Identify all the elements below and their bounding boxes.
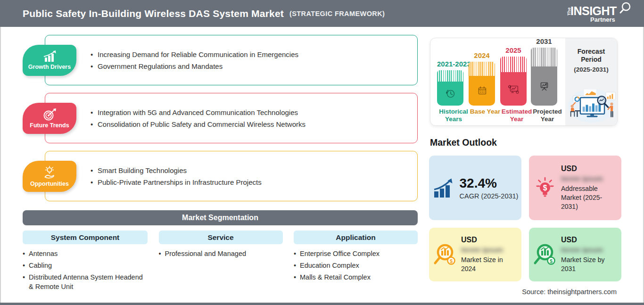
- forecast-title-line1: Forecast: [565, 48, 617, 56]
- segmentation-col-service: Service Professional and Managed: [159, 231, 283, 294]
- segment-chip: Application: [294, 231, 418, 244]
- page-title: Public Safety In-Building Wireless DAS S…: [23, 8, 284, 19]
- cagr-card: 32.4% CAGR (2025-2031): [429, 156, 521, 220]
- monitor-gear-icon: [506, 82, 520, 96]
- bulb-dollar-icon: $: [535, 176, 555, 200]
- header-bar: Public Safety In-Building Wireless DAS S…: [0, 0, 644, 27]
- card-label: Addressable Market (2025-2031): [561, 184, 618, 211]
- section-future-trends: Future Trends Integration with 5G and Ad…: [23, 93, 418, 143]
- list-item: Professional and Managed: [159, 249, 283, 258]
- addressable-market-card: $ USD lorem ipsum Addressable Market (20…: [529, 156, 621, 220]
- cagr-label: CAGR (2025-2031): [460, 192, 519, 200]
- year-label: 2025: [500, 46, 527, 54]
- segment-items: Antennas Cabling Distributed Antenna Sys…: [23, 249, 148, 291]
- future-trends-list: Integration with 5G and Advanced Communi…: [90, 105, 305, 132]
- list-item: Antennas: [23, 249, 148, 258]
- forecast-title-line2: Period: [565, 56, 617, 64]
- stripe-pattern: [469, 62, 495, 76]
- logo-partners-text: Partners: [590, 16, 615, 23]
- stripe-pattern: [437, 70, 463, 82]
- segment-chip: System Component: [23, 231, 148, 244]
- bar-label: Projected Year: [530, 108, 564, 123]
- svg-text:$: $: [550, 258, 553, 264]
- list-item: Consolidation of Public Safety and Comme…: [90, 120, 305, 128]
- bar-label: Estimated Year: [500, 108, 534, 123]
- section-growth-drivers: Growth Drivers Increasing Demand for Rel…: [23, 35, 418, 85]
- list-item: Enterprise Office Complex: [294, 249, 418, 258]
- badge-label: Future Trends: [30, 122, 69, 129]
- list-item: Education Complex: [294, 261, 418, 270]
- forecast-panel: Forecast Period (2025-2031): [565, 38, 617, 125]
- bar-label: Historical Years: [437, 108, 471, 123]
- timeline-bar-projected: 2031: [531, 37, 557, 106]
- currency-label: USD: [561, 165, 618, 173]
- magnifier-chart-icon: $: [432, 242, 458, 267]
- bar-chart-rise-icon: [41, 50, 58, 63]
- clock-history-icon: [444, 87, 457, 100]
- masked-value: lorem ipsum: [461, 246, 518, 254]
- timeline-bar-base: 2024: [469, 51, 495, 106]
- year-label: 2024: [469, 51, 495, 59]
- source-attribution: Source: theinsightpartners.com: [522, 288, 617, 296]
- infographic-root: Public Safety In-Building Wireless DAS S…: [0, 0, 644, 305]
- stripe-pattern: [500, 57, 527, 72]
- list-item: Public-Private Partnerships in Infrastru…: [90, 178, 262, 186]
- market-size-2031-card: $ USD lorem ipsum Market Size by 2031: [529, 228, 621, 281]
- analytics-illustration: [567, 85, 617, 124]
- list-item: Increasing Demand for Reliable Communica…: [90, 50, 298, 58]
- currency-label: USD: [561, 236, 618, 244]
- forecast-range: (2025-2031): [565, 66, 617, 73]
- badge-label: Opportunities: [30, 181, 69, 187]
- cagr-value: 32.4%: [460, 176, 519, 191]
- driver-sections: Growth Drivers Increasing Demand for Rel…: [23, 35, 418, 209]
- outlook-cards: 32.4% CAGR (2025-2031) $ USD lorem ipsum…: [429, 156, 621, 281]
- segmentation-col-system-component: System Component Antennas Cabling Distri…: [23, 231, 148, 294]
- opportunities-badge: Opportunities: [23, 161, 76, 192]
- footer-strip: [0, 303, 644, 305]
- svg-text:$: $: [450, 258, 453, 264]
- segment-items: Professional and Managed: [159, 249, 283, 258]
- section-opportunities: Opportunities Smart Building Technologie…: [23, 151, 418, 201]
- target-dart-icon: [42, 108, 57, 121]
- future-trends-badge: Future Trends: [23, 103, 76, 134]
- page-subtitle: (STRATEGIC FRAMEWORK): [289, 10, 385, 17]
- stripe-pattern: [531, 48, 557, 66]
- card-label: Market Size in 2024: [461, 256, 518, 273]
- growth-drivers-badge: Growth Drivers: [23, 45, 76, 76]
- growth-drivers-list: Increasing Demand for Reliable Communica…: [90, 47, 298, 74]
- bar-label: Base Year: [468, 108, 502, 115]
- magnifier-icon: [618, 2, 632, 16]
- svg-text:$: $: [543, 183, 547, 191]
- list-item: Cabling: [23, 261, 148, 270]
- timeline-bar-historical: 2021-2023: [437, 60, 463, 106]
- market-outlook-title: Market Outlook: [430, 137, 497, 148]
- insight-partners-logo: The INSIGHT Partners: [568, 3, 630, 25]
- timeline-card: 2021-2023 2024: [430, 38, 618, 126]
- year-label: 2031: [531, 37, 557, 45]
- bulb-hand-icon: [42, 165, 57, 180]
- magnifier-chart-icon: $: [532, 242, 558, 267]
- segment-items: Enterprise Office Complex Education Comp…: [294, 249, 418, 282]
- badge-label: Growth Drivers: [28, 64, 71, 70]
- market-segmentation-header: Market Segmentation: [23, 210, 418, 225]
- calendar-icon: [475, 84, 488, 98]
- timeline-bar-estimated: 2025: [500, 46, 527, 106]
- segment-chip: Service: [159, 231, 283, 244]
- year-label: 2021-2023: [437, 60, 463, 68]
- card-label: Market Size by 2031: [561, 256, 618, 273]
- list-item: Integration with 5G and Advanced Communi…: [90, 108, 305, 116]
- market-size-2024-card: $ USD lorem ipsum Market Size in 2024: [429, 228, 521, 281]
- masked-value: lorem ipsum: [561, 246, 618, 254]
- growth-bars-arrow-icon: [432, 178, 455, 198]
- segmentation-columns: System Component Antennas Cabling Distri…: [23, 231, 418, 294]
- list-item: Government Regulations and Mandates: [90, 62, 298, 70]
- list-item: Distributed Antenna System Headend & Rem…: [23, 272, 148, 291]
- list-item: Malls & Retail Complex: [294, 272, 418, 282]
- currency-label: USD: [461, 236, 518, 244]
- opportunities-list: Smart Building Technologies Public-Priva…: [90, 163, 262, 190]
- segmentation-col-application: Application Enterprise Office Complex Ed…: [294, 231, 418, 294]
- projection-screen-icon: [537, 80, 551, 93]
- masked-value: lorem ipsum: [561, 174, 618, 182]
- list-item: Smart Building Technologies: [90, 166, 262, 174]
